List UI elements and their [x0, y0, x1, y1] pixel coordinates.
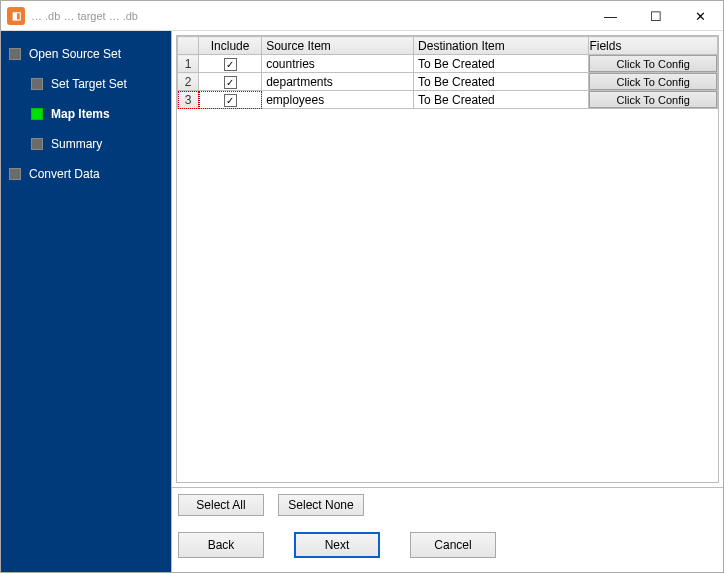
next-button[interactable]: Next — [294, 532, 380, 558]
items-grid-container: Include Source Item Destination Item Fie… — [176, 35, 719, 483]
items-grid: Include Source Item Destination Item Fie… — [177, 36, 718, 109]
header-include[interactable]: Include — [199, 37, 262, 55]
step-marker-icon — [9, 168, 21, 180]
step-map-items[interactable]: Map Items — [3, 99, 171, 129]
step-set-target-set[interactable]: Set Target Set — [3, 69, 171, 99]
header-destination-item[interactable]: Destination Item — [414, 37, 589, 55]
table-row[interactable]: 1✓countriesTo Be CreatedClick To Config — [178, 55, 718, 73]
app-window: ◧ … .db … target … .db ― ☐ ✕ Open Source… — [0, 0, 724, 573]
selection-buttons: Select All Select None — [172, 487, 723, 522]
titlebar: ◧ … .db … target … .db ― ☐ ✕ — [1, 1, 723, 31]
sidebar: Open Source Set Set Target Set Map Items… — [1, 31, 171, 572]
config-fields-button[interactable]: Click To Config — [589, 91, 717, 108]
header-source-item[interactable]: Source Item — [262, 37, 414, 55]
cell-fields: Click To Config — [589, 73, 718, 91]
nav-buttons: Back Next Cancel — [172, 522, 723, 572]
step-marker-icon — [31, 108, 43, 120]
cell-source-item[interactable]: employees — [262, 91, 414, 109]
step-label: Open Source Set — [29, 47, 121, 61]
cell-source-item[interactable]: countries — [262, 55, 414, 73]
config-fields-button[interactable]: Click To Config — [589, 73, 717, 90]
step-label: Map Items — [51, 107, 110, 121]
cell-destination-item[interactable]: To Be Created — [414, 55, 589, 73]
cell-destination-item[interactable]: To Be Created — [414, 73, 589, 91]
window-title: … .db … target … .db — [31, 10, 138, 22]
row-number[interactable]: 2 — [178, 73, 199, 91]
cancel-button[interactable]: Cancel — [410, 532, 496, 558]
cell-fields: Click To Config — [589, 55, 718, 73]
cell-include: ✓ — [199, 73, 262, 91]
cell-fields: Click To Config — [589, 91, 718, 109]
row-number[interactable]: 3 — [178, 91, 199, 109]
include-checkbox[interactable]: ✓ — [224, 94, 237, 107]
select-none-button[interactable]: Select None — [278, 494, 364, 516]
content-area: Open Source Set Set Target Set Map Items… — [1, 31, 723, 572]
select-all-button[interactable]: Select All — [178, 494, 264, 516]
main-panel: Include Source Item Destination Item Fie… — [171, 31, 723, 572]
close-button[interactable]: ✕ — [678, 1, 723, 31]
maximize-button[interactable]: ☐ — [633, 1, 678, 31]
app-icon: ◧ — [7, 7, 25, 25]
step-label: Convert Data — [29, 167, 100, 181]
back-button[interactable]: Back — [178, 532, 264, 558]
include-checkbox[interactable]: ✓ — [224, 58, 237, 71]
step-convert-data[interactable]: Convert Data — [3, 159, 171, 189]
grid-header-row: Include Source Item Destination Item Fie… — [178, 37, 718, 55]
step-open-source-set[interactable]: Open Source Set — [3, 39, 171, 69]
grid-corner — [178, 37, 199, 55]
config-fields-button[interactable]: Click To Config — [589, 55, 717, 72]
header-fields[interactable]: Fields — [589, 37, 718, 55]
window-controls: ― ☐ ✕ — [588, 1, 723, 31]
cell-include: ✓ — [199, 55, 262, 73]
include-checkbox[interactable]: ✓ — [224, 76, 237, 89]
minimize-button[interactable]: ― — [588, 1, 633, 31]
step-marker-icon — [31, 138, 43, 150]
table-row[interactable]: 2✓departmentsTo Be CreatedClick To Confi… — [178, 73, 718, 91]
step-summary[interactable]: Summary — [3, 129, 171, 159]
cell-include: ✓ — [199, 91, 262, 109]
step-marker-icon — [31, 78, 43, 90]
step-label: Set Target Set — [51, 77, 127, 91]
table-row[interactable]: 3✓employeesTo Be CreatedClick To Config — [178, 91, 718, 109]
step-label: Summary — [51, 137, 102, 151]
row-number[interactable]: 1 — [178, 55, 199, 73]
cell-destination-item[interactable]: To Be Created — [414, 91, 589, 109]
step-marker-icon — [9, 48, 21, 60]
cell-source-item[interactable]: departments — [262, 73, 414, 91]
